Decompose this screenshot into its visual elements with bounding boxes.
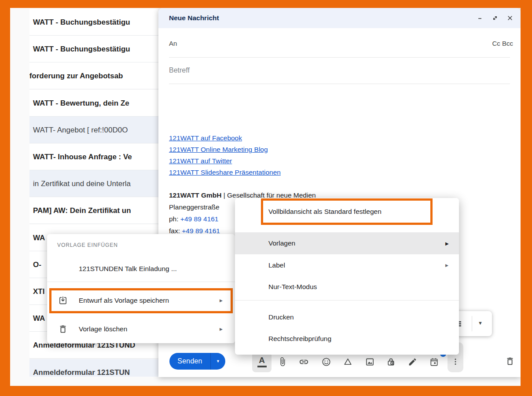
compose-more-options-menu: Vollbildansicht als Standard festlegen V…	[235, 198, 459, 355]
link-icon	[299, 357, 309, 367]
message-body[interactable]: 121WATT auf Facebook 121WATT Online Mark…	[169, 132, 281, 178]
menu-item-templates[interactable]: Vorlagen ▶	[235, 232, 459, 254]
fax-label: fax:	[169, 227, 182, 235]
list-item[interactable]: WATT - Bewertung, dein Ze	[29, 90, 158, 117]
emoji-icon	[321, 357, 331, 367]
list-item[interactable]: WATT- Inhouse Anfrage : Ve	[29, 143, 158, 170]
card-dropdown-arrow[interactable]: ▼	[478, 320, 483, 326]
company-name: 121WATT GmbH	[169, 191, 221, 199]
insert-link-button[interactable]	[296, 354, 312, 370]
insert-from-drive-button[interactable]	[340, 354, 356, 370]
list-item[interactable]: WATT - Buchungsbestätigu	[29, 36, 158, 62]
to-field[interactable]: An	[169, 40, 177, 47]
formatting-underline	[257, 366, 267, 367]
signature-link[interactable]: 121WATT auf Twitter	[169, 155, 281, 167]
menu-divider	[47, 282, 235, 282]
list-item[interactable]: WATT - Buchungsbestätigu	[29, 9, 158, 36]
minimize-icon[interactable]	[477, 15, 484, 22]
screen-content: WATT - Buchungsbestätigu WATT - Buchungs…	[10, 8, 521, 386]
formatting-options-button[interactable]: A	[254, 354, 270, 370]
list-item[interactable]: WATT- Angebot [ ref:!00D0O	[29, 117, 158, 143]
menu-item-fullscreen-default[interactable]: Vollbildansicht als Standard festlegen	[235, 198, 459, 225]
lock-clock-icon	[386, 357, 396, 367]
attach-file-button[interactable]	[275, 354, 290, 370]
insert-emoji-button[interactable]	[318, 354, 334, 370]
paperclip-icon	[278, 357, 287, 367]
card-divider	[472, 316, 472, 331]
annotation-frame-right	[521, 0, 532, 396]
annotation-frame-left	[0, 0, 10, 396]
fullscreen-icon[interactable]	[492, 15, 499, 22]
list-item[interactable]: PAM] AW: Dein Zertifikat un	[29, 197, 158, 224]
compose-header[interactable]: Neue Nachricht	[158, 8, 521, 28]
formatting-icon: A	[259, 356, 265, 364]
send-button-group[interactable]: Senden ▼	[169, 353, 225, 370]
send-button[interactable]: Senden	[169, 353, 210, 370]
drive-icon	[343, 357, 353, 367]
list-item[interactable]: Anmeldeformular 121STUN	[29, 359, 158, 377]
subject-field[interactable]: Betreff	[169, 66, 190, 74]
set-meeting-button[interactable]	[426, 354, 442, 370]
list-item[interactable]: fforderung zur Angebotsab	[29, 62, 158, 89]
insert-signature-button[interactable]	[404, 354, 420, 370]
pen-icon	[408, 357, 417, 367]
annotation-frame-bottom	[0, 386, 532, 396]
submenu-arrow-icon: ▶	[445, 263, 448, 268]
phone-number[interactable]: +49 89 4161	[180, 215, 219, 223]
close-icon[interactable]	[506, 15, 514, 22]
menu-item-spellcheck[interactable]: Rechtschreibprüfung	[235, 328, 459, 349]
submenu-arrow-icon: ▶	[220, 327, 223, 331]
trash-icon	[505, 356, 515, 366]
field-divider	[169, 57, 510, 58]
calendar-icon	[429, 357, 439, 367]
field-divider	[169, 84, 510, 84]
three-dots-icon	[451, 357, 460, 366]
submenu-arrow-icon: ▶	[220, 298, 223, 303]
menu-item-print[interactable]: Drucken	[235, 306, 459, 328]
phone-label: ph:	[169, 215, 180, 223]
confidential-mode-button[interactable]	[383, 354, 399, 370]
menu-item-label[interactable]: Label ▶	[235, 254, 459, 276]
save-template-icon	[58, 296, 68, 305]
template-menu-header: VORLAGE EINFÜGEN	[57, 242, 118, 248]
annotation-frame-top	[0, 0, 532, 8]
fax-number[interactable]: +49 89 4161	[182, 227, 220, 235]
more-send-options-button[interactable]	[448, 354, 463, 370]
photo-icon	[365, 357, 375, 367]
signature-link[interactable]: 121WATT auf Facebook	[169, 132, 281, 144]
template-submenu: VORLAGE EINFÜGEN 121STUNDEN Talk Einladu…	[47, 234, 235, 343]
signature-link[interactable]: 121WATT Online Marketing Blog	[169, 144, 281, 155]
compose-title: Neue Nachricht	[169, 8, 219, 28]
insert-photo-button[interactable]	[362, 354, 378, 370]
menu-divider	[235, 300, 459, 301]
list-item[interactable]: in Zertifikat und deine Unterla	[29, 170, 158, 197]
send-options-arrow[interactable]: ▼	[211, 353, 225, 370]
delete-draft-button[interactable]	[502, 353, 518, 369]
submenu-arrow-icon: ▶	[445, 241, 449, 246]
signature-link[interactable]: 121WATT Slideshare Präsentationen	[169, 167, 281, 178]
menu-item-plain-text-mode[interactable]: Nur-Text-Modus	[235, 276, 459, 297]
cc-bcc-toggle[interactable]: Cc Bcc	[492, 40, 513, 47]
delete-template-icon	[58, 324, 68, 334]
